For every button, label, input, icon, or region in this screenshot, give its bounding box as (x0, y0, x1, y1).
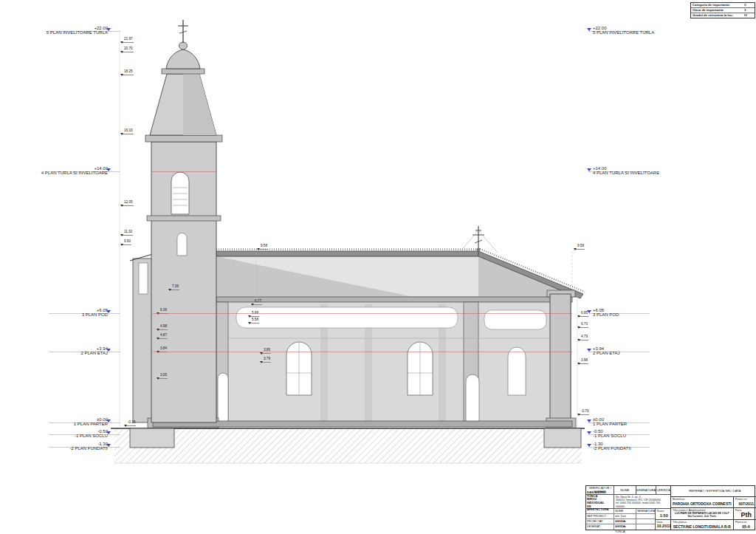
foundation-right (544, 428, 581, 448)
spire-bell-cap (166, 49, 200, 69)
faza-value: Pth (735, 512, 756, 518)
scale-date-column: Scara: 1:50 Data: 10.2011 (656, 509, 672, 530)
scale-label: Scara: (656, 510, 671, 513)
date-cell: Data: 10.2011 (656, 520, 672, 530)
titleblock-role-row: SEF PROIECTarh. Dan TONCA (586, 514, 655, 519)
title-block-right: REFERAT / EXPERTIZĂ NR./ DATA Beneficiar… (671, 486, 756, 530)
titlu-proiect-cell: Titlu proiect / Amplasament: LUCRARI DE … (671, 508, 734, 519)
nave-roof-ridge (216, 251, 478, 256)
role-name: arh. Dan TONCA (614, 524, 636, 530)
importance-label: Clasa de importanta: (693, 8, 724, 13)
titleblock-role-row: DESENATarh. Dan TONCA (586, 524, 655, 530)
address-line: tel: 0040 256 000000, mobil 0040 700 000… (616, 502, 669, 507)
amplasament-value: Sat Cornesti, Jud. Timis (673, 515, 732, 518)
plansa-nr-cell: Plansa nr.: 05-A (734, 520, 756, 530)
roles-table: NUME SEMNĂTURA SEF PROIECTarh. Dan TONCA… (586, 509, 656, 530)
firm-name: DAN-ANDREI TONCA BIROU INDIVIDUAL DE ARH… (586, 495, 614, 508)
roles-header-nume: NUME (614, 509, 636, 513)
importance-row: Clasa de importanta:3 (691, 8, 755, 13)
tower-band (147, 216, 221, 221)
role-signature (636, 519, 655, 524)
iconostasis-opening (466, 374, 479, 422)
col-semnatura: SEMNĂTURA (636, 486, 656, 494)
col-cerinta: CERINȚA (656, 486, 670, 494)
firm-address: Str. Noua Nr. 4, ap. 4, 300024 Timisoara… (614, 495, 670, 508)
roles-header-semnatura: SEMNĂTURA (636, 509, 655, 513)
tower-spire-shade (183, 74, 216, 135)
altar-niche (508, 347, 526, 395)
importance-value: IV (744, 13, 753, 18)
tower-slit-window (177, 233, 187, 256)
altar-vault-band (484, 310, 546, 329)
roles-rows: SEF PROIECTarh. Dan TONCAPROIECTATarh. D… (586, 514, 655, 530)
roles-header-blank (586, 509, 614, 513)
drawing-sheet: +22.005 PLAN INVELITOARE TURLA+22.005 PL… (0, 0, 756, 534)
titlu-plansa-label: Titlu plansa: (673, 521, 732, 524)
roles-header: NUME SEMNĂTURA (586, 509, 655, 514)
plansa-nr-value: 05-A (735, 524, 756, 529)
importance-value: C (744, 3, 753, 7)
beneficiar-label: Beneficiar: (673, 498, 732, 501)
title-block-left: VERIFICATOR / EXPERT NUME SEMNĂTURA CERI… (586, 486, 671, 530)
role-signature (636, 514, 655, 518)
spire-ball (179, 42, 188, 49)
titlu-plansa-value: SECTIUNE LONGITUDINALA B-B (673, 524, 732, 529)
date-value: 10.2011 (656, 524, 671, 528)
role-name: arh. Dan TONCA (614, 519, 636, 524)
role-signature (636, 524, 655, 530)
col-nume: NUME (614, 486, 636, 494)
date-label: Data: (656, 521, 671, 524)
role-label: PROIECTAT (586, 519, 614, 524)
vault-band (236, 307, 458, 328)
foundation-left (130, 428, 174, 448)
attic-floor (216, 297, 572, 302)
role-label: DESENAT (586, 524, 614, 530)
beneficiar-value: PAROHIA ORTODOXA CORNESTI (673, 502, 732, 506)
church-section-drawing (0, 0, 756, 534)
tower-cornice (145, 135, 222, 142)
faza-cell: Faza: Pth (734, 508, 756, 519)
beneficiar-cell: Beneficiar: PAROHIA ORTODOXA CORNESTI (671, 497, 734, 507)
belfry-window (171, 172, 189, 214)
proiect-nr-value: 007/2011 (735, 502, 756, 506)
importance-label: Categoria de importanta: (693, 3, 730, 7)
importance-label: Gradul de rezistenta la foc: (693, 13, 733, 18)
importance-row: Gradul de rezistenta la foc:IV (691, 13, 755, 18)
titleblock-role-row: PROIECTATarh. Dan TONCA (586, 519, 655, 524)
proiect-nr-label: Proiect nr.: (735, 498, 756, 501)
importance-box: Categoria de importanta:CClasa de import… (690, 2, 755, 18)
titlu-proiect-label: Titlu proiect / Amplasament: (673, 509, 732, 512)
east-wall (550, 294, 571, 422)
referat-header: REFERAT / EXPERTIZĂ NR./ DATA (671, 486, 756, 497)
role-name: arh. Dan TONCA (614, 514, 636, 518)
plansa-nr-label: Plansa nr.: (735, 521, 756, 524)
ground-hatch (114, 428, 582, 463)
importance-value: 3 (744, 8, 753, 13)
ridge-cross-ball (477, 248, 481, 252)
title-block: VERIFICATOR / EXPERT NUME SEMNĂTURA CERI… (585, 485, 755, 530)
tower-door-opening (218, 373, 228, 422)
titlu-plansa-cell: Titlu plansa: SECTIUNE LONGITUDINALA B-B (671, 520, 734, 530)
proiect-nr-cell: Proiect nr.: 007/2011 (734, 497, 756, 507)
scale-cell: Scara: 1:50 (656, 509, 672, 520)
spire-base-molding (162, 69, 205, 74)
role-label: SEF PROIECT (586, 514, 614, 518)
importance-row: Categoria de importanta:C (691, 3, 755, 8)
scale-value: 1:50 (656, 513, 671, 518)
annex-opening (139, 263, 148, 294)
finial-guy-wire (478, 230, 498, 253)
